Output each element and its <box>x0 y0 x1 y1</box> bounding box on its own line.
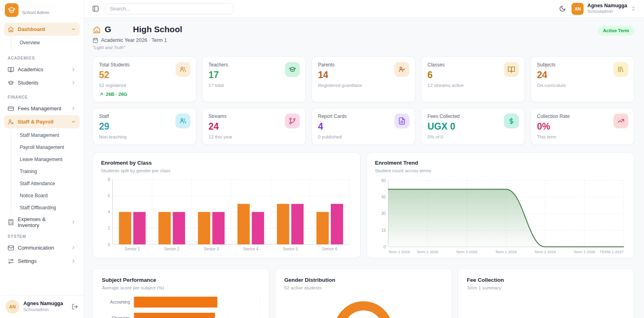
sidebar-user-card[interactable]: AN Agnes Namugga Schooladmin <box>0 295 84 318</box>
svg-text:Senior 6: Senior 6 <box>322 247 337 251</box>
brand: School Admin <box>0 0 84 19</box>
content: GHigh School Academic Year 2026 · Term 1… <box>84 18 644 318</box>
sidebar-item-dashboard[interactable]: Dashboard <box>4 23 80 36</box>
stat-icon-tile <box>504 62 519 77</box>
stat-card-fees-collected: Fees CollectedUGX 00% of 0 <box>421 108 525 145</box>
sidebar-item-staff-payroll[interactable]: Staff & Payroll <box>4 115 80 128</box>
svg-text:4: 4 <box>108 210 110 214</box>
stat-subtext: 12 streams active <box>427 83 518 88</box>
library-icon <box>617 66 625 73</box>
sidebar-item-label: Staff & Payroll <box>18 119 54 125</box>
stat-card-total-students: Total Students5252 registered26B · 26G <box>93 56 196 102</box>
enrolment-trend-chart: 015304560Term 1 2025Term 2 2025Term 3 20… <box>375 176 626 258</box>
svg-text:Term 1 2026: Term 1 2026 <box>495 250 517 254</box>
svg-text:Term 1 2025: Term 1 2025 <box>388 250 410 254</box>
svg-text:0: 0 <box>383 245 386 249</box>
sidebar-subitem-leave-management[interactable]: Leave Management <box>11 153 80 165</box>
stat-subtext: 52 registered <box>99 83 190 88</box>
subject-performance-chart: AccountingChemistry <box>102 297 260 318</box>
user-check-icon <box>398 66 406 73</box>
user-role: Schooladmin <box>23 307 68 313</box>
fee-collection-card: Fee Collection Term 1 summary <box>458 268 634 318</box>
credit-card-icon <box>8 105 14 112</box>
svg-text:0: 0 <box>108 242 110 247</box>
page-header: GHigh School Academic Year 2026 · Term 1… <box>93 25 634 50</box>
sidebar-item-label: Academics <box>18 66 43 72</box>
sidebar-item-label: Fees Management <box>18 105 61 112</box>
calendar-icon <box>93 37 98 43</box>
active-term-badge: Active Term <box>598 26 634 35</box>
sidebar-item-label: Dashboard <box>18 26 45 32</box>
svg-text:Term 2 2025: Term 2 2025 <box>417 250 438 254</box>
chart-subtitle: Average score per subject (%) <box>102 285 260 290</box>
bottom-row: Subject Performance Average score per su… <box>93 268 634 318</box>
sidebar-subitem-staff-offboarding[interactable]: Staff Offboarding <box>11 202 80 214</box>
stat-subtext: On curriculum <box>537 83 628 88</box>
sidebar-nav: Dashboard Overview ACADEMICS Academics <box>0 19 84 295</box>
stat-card-collection-rate: Collection Rate0%This term <box>530 108 634 145</box>
hbar-row-chemistry: Chemistry <box>102 313 260 318</box>
chart-subtitle: 52 active students <box>284 285 442 290</box>
chevron-down-icon <box>71 119 76 124</box>
sidebar-item-academics[interactable]: Academics <box>4 63 80 76</box>
stat-subtext: Non-teaching <box>99 134 190 139</box>
sidebar-item-settings[interactable]: Settings <box>4 254 80 268</box>
svg-text:8: 8 <box>108 178 110 182</box>
logout-icon[interactable] <box>72 304 78 310</box>
stat-card-parents: Parents14Registered guardians <box>312 56 415 102</box>
brand-subtitle: School Admin <box>22 10 58 15</box>
sidebar-item-label: Communication <box>18 245 54 251</box>
topbar-user-menu[interactable]: AN Agnes Namugga Schooladmin <box>572 3 636 15</box>
chart-subtitle: Students split by gender per class <box>101 168 352 173</box>
chevron-right-icon <box>71 67 76 72</box>
stat-card-classes: Classes612 streams active <box>421 56 525 102</box>
charts-row: Enrolment by Class Students split by gen… <box>93 153 634 258</box>
trending-up-icon <box>617 117 625 125</box>
sidebar-item-communication[interactable]: Communication <box>4 241 80 254</box>
chevrons-up-down-icon <box>631 6 636 11</box>
hbar-label: Accounting <box>102 300 133 304</box>
stat-icon-tile <box>504 114 519 128</box>
sidebar-item-label: Expenses & Inventory <box>18 216 64 228</box>
avatar: AN <box>572 3 584 15</box>
enrolment-by-class-card: Enrolment by Class Students split by gen… <box>93 153 361 258</box>
gender-distribution-chart <box>284 296 442 318</box>
book-open-icon <box>8 66 14 73</box>
svg-text:6: 6 <box>108 194 110 198</box>
dark-mode-toggle-icon[interactable] <box>559 5 566 12</box>
svg-text:Term 3 2026: Term 3 2026 <box>574 250 595 254</box>
sidebar-item-fees-management[interactable]: Fees Management <box>4 102 80 115</box>
calculator-icon <box>8 219 14 225</box>
sidebar-subitem-payroll-management[interactable]: Payroll Management <box>11 141 80 153</box>
stat-icon-tile <box>175 62 190 77</box>
sidebar-subitem-overview[interactable]: Overview <box>11 37 80 49</box>
sidebar-subitem-notice-board[interactable]: Notice Board <box>11 190 80 202</box>
users-icon <box>179 66 187 73</box>
school-logo-icon <box>5 3 19 17</box>
stat-subtext: 0% of 0 <box>427 134 518 139</box>
app-root: School Admin Dashboard Overview ACADEMIC… <box>0 0 644 318</box>
stat-icon-tile <box>613 62 628 77</box>
dashboard-sub-list: Overview <box>11 36 80 50</box>
sidebar: School Admin Dashboard Overview ACADEMIC… <box>0 0 84 318</box>
sidebar-item-expenses-inventory[interactable]: Expenses & Inventory <box>4 215 80 229</box>
sidebar-subitem-training[interactable]: Training <box>11 165 80 178</box>
user-name: Agnes Namugga <box>23 301 68 307</box>
chevron-right-icon <box>71 258 76 264</box>
section-academics: ACADEMICS <box>8 56 76 60</box>
graduation-cap-icon <box>289 66 296 73</box>
chart-title: Gender Distribution <box>284 277 442 283</box>
sidebar-item-students[interactable]: Students <box>4 76 80 89</box>
stat-icon-tile <box>613 114 628 128</box>
chevron-down-icon <box>71 27 76 32</box>
search-input[interactable] <box>105 3 233 14</box>
svg-text:Senior 4: Senior 4 <box>243 247 258 251</box>
sidebar-subitem-staff-attendance[interactable]: Staff Attendance <box>11 178 80 190</box>
chevron-right-icon <box>71 80 76 85</box>
sidebar-toggle-icon[interactable] <box>92 5 99 12</box>
graduation-cap-icon <box>8 80 14 86</box>
svg-text:Senior 1: Senior 1 <box>125 247 140 251</box>
academic-year-term: Academic Year 2026 · Term 1 <box>101 37 167 43</box>
sidebar-subitem-staff-management[interactable]: Staff Management <box>11 129 80 141</box>
svg-text:15: 15 <box>381 228 386 233</box>
